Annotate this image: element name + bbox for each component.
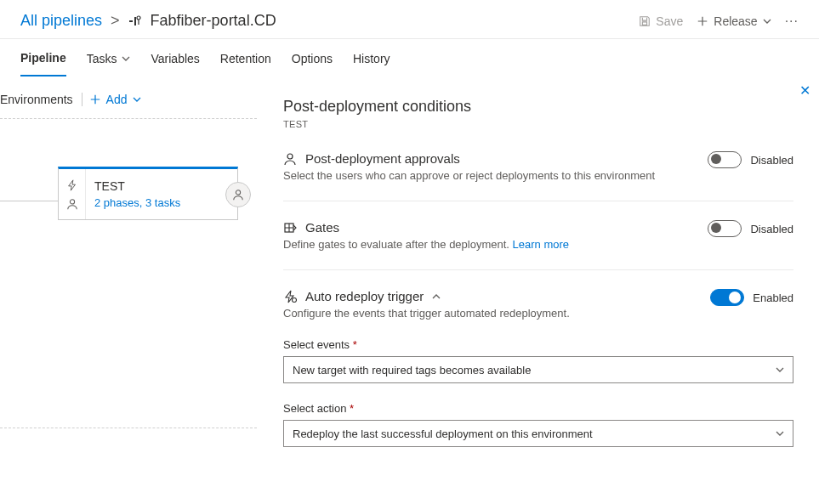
chevron-down-icon	[133, 95, 141, 104]
header-bar: All pipelines > Fabfiber-portal.CD Save …	[0, 0, 819, 39]
select-action-dropdown[interactable]: Redeploy the last successful deployment …	[283, 420, 793, 447]
svg-point-3	[70, 199, 74, 203]
main-content: Environments Add	[0, 77, 819, 496]
panel-subtitle: TEST	[283, 119, 793, 129]
redeploy-toggle[interactable]	[710, 289, 744, 306]
environment-card-wrap: TEST 2 phases, 3 tasks	[0, 167, 257, 220]
environments-title: Environments	[0, 93, 82, 106]
redeploy-header[interactable]: Auto redeploy trigger	[283, 289, 700, 303]
pipeline-icon	[128, 14, 142, 28]
environment-tasks-link[interactable]: 2 phases, 3 tasks	[94, 196, 229, 209]
redeploy-icon	[283, 290, 297, 303]
chevron-down-icon	[776, 429, 784, 438]
approvals-title: Post-deployment approvals	[305, 151, 460, 166]
chevron-down-icon	[776, 365, 784, 374]
select-events-label: Select events *	[283, 338, 793, 351]
release-button[interactable]: Release	[697, 14, 771, 28]
approvals-toggle-label: Disabled	[750, 154, 793, 167]
add-label: Add	[106, 93, 128, 106]
save-icon	[639, 15, 651, 27]
svg-point-2	[137, 16, 140, 20]
divider	[0, 428, 257, 428]
chevron-up-icon	[432, 292, 441, 301]
close-panel-button[interactable]: ✕	[799, 82, 810, 99]
svg-point-5	[287, 154, 293, 159]
redeploy-section: Auto redeploy trigger Configure the even…	[283, 269, 793, 320]
gates-toggle-label: Disabled	[750, 223, 793, 235]
plus-icon	[89, 93, 101, 105]
select-action-field: Select action * Redeploy the last succes…	[283, 402, 793, 447]
approvals-section: Post-deployment approvals Select the use…	[283, 151, 793, 182]
release-label: Release	[714, 14, 757, 28]
select-events-dropdown[interactable]: New target with required tags becomes av…	[283, 356, 793, 383]
person-icon	[232, 189, 244, 201]
svg-point-4	[236, 190, 240, 194]
gates-title: Gates	[305, 220, 339, 235]
tabs-bar: Pipeline Tasks Variables Retention Optio…	[0, 39, 819, 77]
chevron-down-icon	[763, 17, 771, 25]
breadcrumb-root[interactable]: All pipelines	[20, 12, 102, 30]
plus-icon	[697, 15, 708, 27]
select-events-value: New target with required tags becomes av…	[293, 364, 531, 377]
redeploy-description: Configure the events that trigger automa…	[283, 307, 700, 320]
approvals-description: Select the users who can approve or reje…	[283, 169, 697, 182]
save-button[interactable]: Save	[639, 14, 683, 28]
post-deployment-panel: ✕ Post-deployment conditions TEST Post-d…	[257, 77, 819, 496]
approvals-toggle[interactable]	[708, 151, 742, 168]
person-icon	[66, 198, 78, 210]
connector-line	[0, 201, 58, 201]
tab-variables[interactable]: Variables	[151, 39, 199, 76]
tab-tasks-label: Tasks	[87, 52, 117, 65]
tab-history[interactable]: History	[353, 39, 390, 76]
post-conditions-handle[interactable]	[225, 182, 251, 207]
environments-column: Environments Add	[0, 77, 257, 496]
environment-name: TEST	[94, 179, 229, 193]
gates-section: Gates Define gates to evaluate after the…	[283, 201, 793, 251]
tab-tasks[interactable]: Tasks	[87, 39, 131, 76]
environment-card[interactable]: TEST 2 phases, 3 tasks	[58, 167, 238, 220]
breadcrumb-separator: >	[111, 12, 120, 30]
header-actions: Save Release ···	[639, 14, 799, 29]
tab-options[interactable]: Options	[292, 39, 333, 76]
person-icon	[283, 152, 297, 166]
select-events-field: Select events * New target with required…	[283, 338, 793, 383]
tab-retention[interactable]: Retention	[220, 39, 271, 76]
gates-toggle[interactable]	[708, 220, 742, 237]
svg-rect-0	[129, 20, 133, 22]
add-environment-button[interactable]: Add	[89, 93, 141, 106]
select-action-label: Select action *	[283, 402, 793, 415]
save-label: Save	[656, 14, 683, 28]
pre-conditions-handle[interactable]	[59, 169, 86, 219]
redeploy-title: Auto redeploy trigger	[305, 289, 424, 303]
close-icon: ✕	[799, 83, 810, 98]
select-action-value: Redeploy the last successful deployment …	[293, 428, 593, 440]
tab-pipeline[interactable]: Pipeline	[20, 39, 66, 76]
svg-rect-1	[134, 17, 136, 25]
breadcrumb: All pipelines > Fabfiber-portal.CD	[20, 12, 276, 30]
environment-card-body: TEST 2 phases, 3 tasks	[86, 169, 237, 219]
pipeline-name[interactable]: Fabfiber-portal.CD	[151, 12, 276, 30]
trigger-icon	[66, 179, 78, 191]
chevron-down-icon	[122, 54, 130, 63]
gates-learn-more-link[interactable]: Learn more	[513, 238, 569, 251]
gates-icon	[283, 221, 297, 235]
svg-point-7	[293, 297, 297, 302]
gates-description: Define gates to evaluate after the deplo…	[283, 238, 697, 251]
redeploy-toggle-label: Enabled	[753, 292, 793, 304]
environments-header: Environments Add	[0, 77, 257, 119]
more-actions-button[interactable]: ···	[785, 14, 799, 29]
panel-title: Post-deployment conditions	[283, 98, 793, 116]
